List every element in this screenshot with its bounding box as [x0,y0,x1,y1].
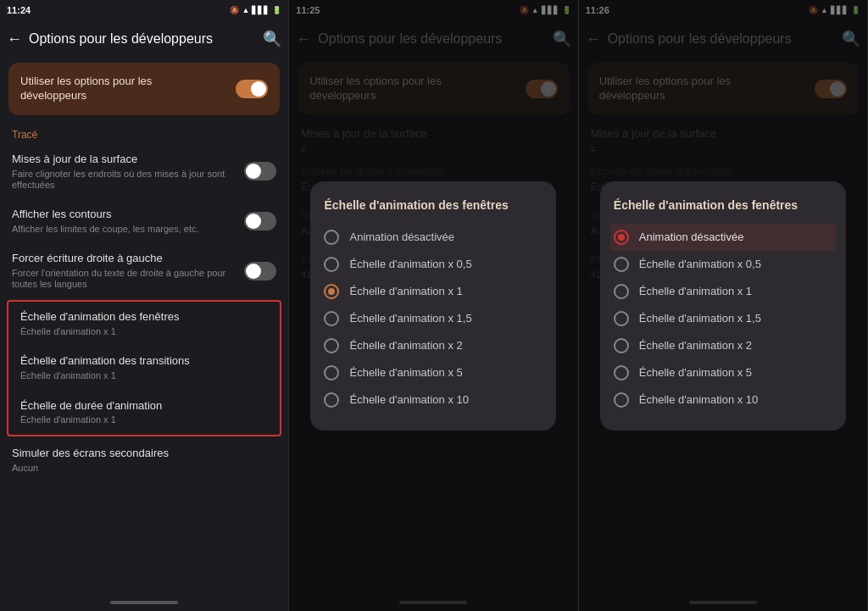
dev-toggle-text-1: Utiliser les options pour lesdéveloppeur… [20,75,236,103]
panel-3: 11:26 🔕 ▲ ▋▋▋ 🔋 ← Options pour les dével… [579,0,868,611]
radio-anim-5-2[interactable]: Échelle d'animation x 5 [324,359,542,386]
setting-window-anim[interactable]: Échelle d'animation des fenêtres Échelle… [8,302,280,346]
battery-icon: 🔋 [272,6,281,14]
radio-label-2-3: Échelle d'animation x 2 [639,339,752,352]
radio-anim-15-3[interactable]: Échelle d'animation x 1,5 [614,305,832,332]
wifi-icon: ▲ [242,6,249,14]
radio-circle-15-2 [324,311,339,326]
dev-toggle-switch-1[interactable] [236,80,268,98]
radio-anim-off-3[interactable]: Animation désactivée [610,224,836,251]
radio-label-05-3: Échelle d'animation x 0,5 [639,258,761,270]
toggle-surface[interactable] [244,162,276,181]
panel-1: 11:24 🔕 ▲ ▋▋▋ 🔋 ← Options pour les dével… [0,0,289,611]
toggle-rtl[interactable] [244,262,276,281]
setting-title-rtl: Forcer écriture droite à gauche [12,252,244,266]
radio-label-off-2: Animation désactivée [349,231,454,243]
radio-circle-2-3 [614,338,629,353]
radio-circle-10-3 [614,392,629,408]
radio-label-1-2: Échelle d'animation x 1 [349,285,462,297]
radio-circle-05-2 [324,257,339,272]
radio-anim-2-3[interactable]: Échelle d'animation x 2 [614,332,832,359]
radio-anim-05-3[interactable]: Échelle d'animation x 0,5 [614,251,832,278]
status-bar-1: 11:24 🔕 ▲ ▋▋▋ 🔋 [0,0,288,20]
setting-secondary-screens[interactable]: Simuler des écrans secondaires Aucun [0,438,288,482]
radio-anim-1-2[interactable]: Échelle d'animation x 1 [324,278,542,305]
radio-label-05-2: Échelle d'animation x 0,5 [349,258,471,270]
radio-circle-15-3 [614,311,629,326]
animation-dialog-2: Échelle d'animation des fenêtres Animati… [310,181,556,430]
setting-transition-anim[interactable]: Échelle d'animation des transitions Éche… [8,346,280,390]
setting-title-duration-anim: Échelle de durée d'animation [20,399,268,414]
radio-label-10-2: Échelle d'animation x 10 [349,393,469,406]
bottom-bar-1 [110,601,178,604]
radio-label-15-2: Échelle d'animation x 1,5 [349,312,471,325]
dialog-title-2: Échelle d'animation des fenêtres [324,198,542,212]
setting-show-borders[interactable]: Afficher les contours Afficher les limit… [0,199,288,243]
section-label-trace: Tracé [0,120,288,144]
radio-circle-5-3 [614,365,629,380]
toggle-borders[interactable] [244,212,276,231]
search-icon-1[interactable]: 🔍 [263,30,281,48]
setting-subtitle-window-anim: Échelle d'animation x 1 [20,326,268,337]
setting-title-transition-anim: Échelle d'animation des transitions [20,354,268,369]
radio-circle-off-2 [324,230,339,245]
highlighted-group: Échelle d'animation des fenêtres Échelle… [7,300,281,436]
radio-anim-15-2[interactable]: Échelle d'animation x 1,5 [324,305,542,332]
radio-label-5-2: Échelle d'animation x 5 [349,366,462,379]
radio-label-off-3: Animation désactivée [639,231,744,243]
radio-circle-5-2 [324,365,339,380]
radio-label-5-3: Échelle d'animation x 5 [639,366,752,379]
radio-circle-10-2 [324,392,339,408]
setting-title-secondary: Simuler des écrans secondaires [12,447,276,461]
radio-anim-2-2[interactable]: Échelle d'animation x 2 [324,332,542,359]
radio-anim-off-2[interactable]: Animation désactivée [324,224,542,251]
bottom-indicator-1 [0,594,288,611]
setting-title-window-anim: Échelle d'animation des fenêtres [20,310,268,325]
setting-subtitle-duration-anim: Échelle d'animation x 1 [20,414,268,425]
animation-dialog-3: Échelle d'animation des fenêtres Animati… [600,181,846,430]
setting-force-rtl[interactable]: Forcer écriture droite à gauche Forcer l… [0,243,288,298]
setting-subtitle-borders: Afficher les limites de coupe, les marge… [12,224,244,235]
setting-subtitle-secondary: Aucun [12,463,276,474]
radio-anim-05-2[interactable]: Échelle d'animation x 0,5 [324,251,542,278]
status-time-1: 11:24 [7,5,31,15]
dialog-title-3: Échelle d'animation des fenêtres [614,198,832,212]
page-title-1: Options pour les développeurs [29,31,256,47]
setting-subtitle-rtl: Forcer l'orientation du texte de droite … [12,268,244,290]
radio-circle-off-3 [614,230,629,245]
setting-subtitle-surface: Faire clignoter les endroits où des mise… [12,169,244,191]
radio-label-10-3: Échelle d'animation x 10 [639,393,759,406]
dev-toggle-card-1: Utiliser les options pour lesdéveloppeur… [8,63,280,115]
radio-label-15-3: Échelle d'animation x 1,5 [639,312,761,325]
setting-title-borders: Afficher les contours [12,208,244,222]
radio-circle-1-2 [324,284,339,299]
dialog-overlay-3[interactable]: Échelle d'animation des fenêtres Animati… [579,0,867,611]
back-button-1[interactable]: ← [7,31,22,48]
toggle-knob-1 [251,81,266,97]
radio-circle-1-3 [614,284,629,299]
radio-label-2-2: Échelle d'animation x 2 [349,339,462,352]
setting-surface-updates[interactable]: Mises à jour de la surface Faire clignot… [0,144,288,199]
radio-anim-10-3[interactable]: Échelle d'animation x 10 [614,386,832,414]
status-icons-1: 🔕 ▲ ▋▋▋ 🔋 [230,6,281,14]
dialog-overlay-2[interactable]: Échelle d'animation des fenêtres Animati… [289,0,577,611]
radio-anim-10-2[interactable]: Échelle d'animation x 10 [324,386,542,414]
radio-circle-05-3 [614,257,629,272]
radio-label-1-3: Échelle d'animation x 1 [639,285,752,297]
radio-anim-5-3[interactable]: Échelle d'animation x 5 [614,359,832,386]
radio-circle-2-2 [324,338,339,353]
setting-duration-anim[interactable]: Échelle de durée d'animation Échelle d'a… [8,391,280,435]
panel-2: 11:25 🔕 ▲ ▋▋▋ 🔋 ← Options pour les dével… [289,0,578,611]
setting-title-surface: Mises à jour de la surface [12,153,244,167]
radio-anim-1-3[interactable]: Échelle d'animation x 1 [614,278,832,305]
signal-icon: ▋▋▋ [252,6,270,14]
top-bar-1: ← Options pour les développeurs 🔍 [0,20,288,58]
settings-list-1: Mises à jour de la surface Faire clignot… [0,144,288,594]
mute-icon: 🔕 [230,6,239,14]
setting-subtitle-transition-anim: Échelle d'animation x 1 [20,370,268,381]
